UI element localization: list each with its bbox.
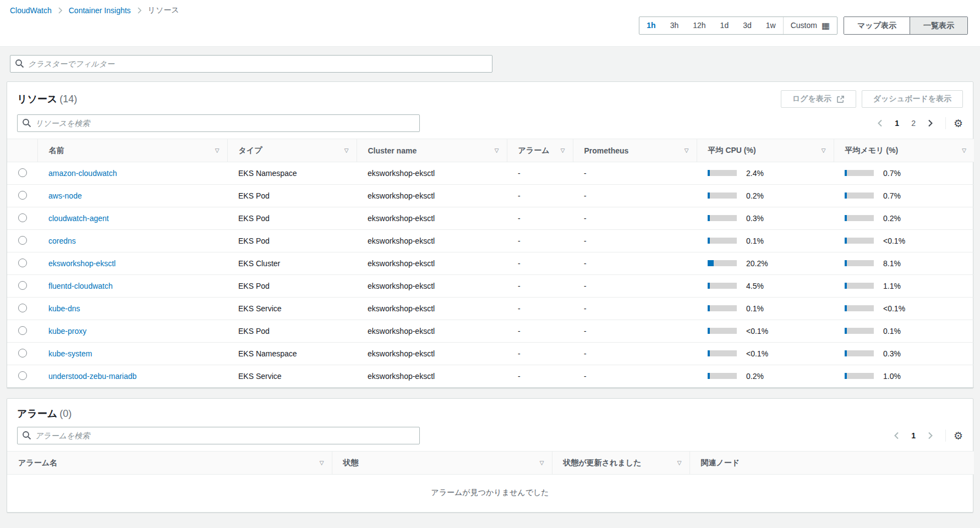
- column-filter-icon[interactable]: ▽: [344, 147, 349, 153]
- resource-alarm: -: [507, 162, 573, 185]
- divider: [945, 117, 946, 129]
- table-row: kube-system EKS Namespace eksworkshop-ek…: [7, 343, 974, 365]
- memory-value: 8.1%: [883, 259, 901, 268]
- time-range-12h[interactable]: 12h: [686, 17, 713, 34]
- settings-gear-icon[interactable]: ⚙: [954, 431, 963, 441]
- column-header-state-updated[interactable]: 状態が更新されました▽: [552, 452, 689, 475]
- column-header-alarm-name[interactable]: アラーム名▽: [7, 452, 332, 475]
- page-number-1[interactable]: 1: [890, 117, 904, 130]
- column-header-avg-memory[interactable]: 平均メモリ (%)▽: [834, 139, 974, 162]
- next-page-icon[interactable]: [923, 430, 938, 442]
- column-filter-icon[interactable]: ▽: [540, 460, 544, 466]
- row-select-radio[interactable]: [18, 236, 27, 245]
- column-filter-icon[interactable]: ▽: [561, 147, 565, 153]
- resource-name-link[interactable]: fluentd-cloudwatch: [48, 282, 113, 290]
- time-range-1h[interactable]: 1h: [639, 17, 663, 34]
- cpu-meter: 20.2%: [708, 259, 768, 268]
- breadcrumb-container-insights[interactable]: Container Insights: [69, 6, 131, 15]
- row-select-radio[interactable]: [18, 191, 27, 200]
- cpu-meter: 0.3%: [708, 214, 764, 223]
- main-content: リソース(14) ログを表示 ダッシュボードを表示: [0, 47, 980, 513]
- column-header-prometheus[interactable]: Prometheus▽: [573, 139, 697, 162]
- map-view-button[interactable]: マップ表示: [844, 17, 910, 34]
- time-range-custom[interactable]: Custom ▦: [783, 17, 837, 34]
- resource-name-link[interactable]: coredns: [48, 237, 76, 245]
- resource-name-link[interactable]: amazon-cloudwatch: [48, 169, 117, 178]
- column-filter-icon[interactable]: ▽: [822, 147, 826, 153]
- chevron-right-icon: [58, 7, 63, 14]
- column-header-state[interactable]: 状態▽: [332, 452, 552, 475]
- memory-value: 0.2%: [883, 214, 901, 223]
- time-range-selector: 1h 3h 12h 1d 3d 1w Custom ▦: [639, 16, 837, 35]
- column-header-alarm[interactable]: アラーム▽: [507, 139, 573, 162]
- previous-page-icon[interactable]: [873, 117, 887, 129]
- memory-value: 0.7%: [883, 169, 901, 178]
- row-select-radio[interactable]: [18, 281, 27, 290]
- row-select-radio[interactable]: [18, 258, 27, 267]
- time-range-3d[interactable]: 3d: [736, 17, 759, 34]
- resource-name-link[interactable]: understood-zebu-mariadb: [48, 372, 136, 381]
- page-number-2[interactable]: 2: [907, 117, 920, 130]
- resource-cluster: eksworkshop-eksctl: [357, 320, 507, 343]
- row-select-radio[interactable]: [18, 168, 27, 177]
- next-page-icon[interactable]: [923, 117, 938, 129]
- memory-meter: 0.1%: [845, 327, 901, 336]
- column-filter-icon[interactable]: ▽: [962, 147, 966, 153]
- memory-meter: 0.7%: [845, 169, 901, 178]
- column-header-name[interactable]: 名前▽: [37, 139, 227, 162]
- cpu-meter: 4.5%: [708, 282, 764, 290]
- page-number-1[interactable]: 1: [907, 429, 920, 442]
- column-header-related-node[interactable]: 関連ノード: [689, 452, 974, 475]
- resource-name-link[interactable]: eksworkshop-eksctl: [48, 259, 116, 268]
- column-header-type[interactable]: タイプ▽: [227, 139, 357, 162]
- resource-name-link[interactable]: kube-dns: [48, 304, 80, 313]
- time-range-1d[interactable]: 1d: [713, 17, 736, 34]
- resource-cluster: eksworkshop-eksctl: [357, 252, 507, 275]
- resource-name-link[interactable]: aws-node: [48, 191, 82, 200]
- previous-page-icon[interactable]: [889, 430, 904, 442]
- header-controls: 1h 3h 12h 1d 3d 1w Custom ▦ マップ表示 一覧表示: [639, 16, 968, 35]
- page: CloudWatch Container Insights リソース 1h 3h…: [0, 0, 980, 528]
- alarms-search-input[interactable]: [17, 427, 420, 444]
- resource-name-link[interactable]: cloudwatch-agent: [48, 214, 109, 223]
- memory-bar: [845, 350, 874, 356]
- view-dashboard-button[interactable]: ダッシュボードを表示: [862, 90, 963, 108]
- breadcrumb-cloudwatch[interactable]: CloudWatch: [10, 6, 52, 15]
- memory-meter: 1.1%: [845, 282, 901, 290]
- table-row: kube-proxy EKS Pod eksworkshop-eksctl - …: [7, 320, 974, 343]
- time-range-1w[interactable]: 1w: [759, 17, 783, 34]
- resource-alarm: -: [507, 185, 573, 207]
- row-select-radio[interactable]: [18, 213, 27, 222]
- cpu-meter: 2.4%: [708, 169, 764, 178]
- time-range-3h[interactable]: 3h: [663, 17, 686, 34]
- settings-gear-icon[interactable]: ⚙: [954, 118, 963, 129]
- memory-bar: [845, 215, 874, 221]
- resources-search-input[interactable]: [17, 114, 420, 132]
- memory-meter: <0.1%: [845, 237, 905, 245]
- view-logs-button[interactable]: ログを表示: [781, 90, 856, 108]
- search-icon: [22, 118, 31, 128]
- memory-value: 1.0%: [883, 372, 901, 381]
- row-select-radio[interactable]: [18, 326, 27, 335]
- table-row: aws-node EKS Pod eksworkshop-eksctl - - …: [7, 185, 974, 207]
- list-view-button[interactable]: 一覧表示: [910, 17, 967, 34]
- row-select-radio[interactable]: [18, 371, 27, 380]
- row-select-radio[interactable]: [18, 349, 27, 358]
- resource-prometheus: -: [573, 343, 697, 365]
- resource-name-link[interactable]: kube-proxy: [48, 327, 86, 336]
- column-filter-icon[interactable]: ▽: [495, 147, 499, 153]
- column-filter-icon[interactable]: ▽: [320, 460, 324, 466]
- cpu-bar: [708, 193, 737, 199]
- external-link-icon: [836, 95, 845, 103]
- resource-cluster: eksworkshop-eksctl: [357, 275, 507, 298]
- column-filter-icon[interactable]: ▽: [685, 147, 689, 153]
- cluster-filter-input[interactable]: [10, 55, 492, 73]
- column-filter-icon[interactable]: ▽: [215, 147, 220, 153]
- row-select-radio[interactable]: [18, 304, 27, 312]
- resource-name-link[interactable]: kube-system: [48, 349, 92, 358]
- column-filter-icon[interactable]: ▽: [677, 460, 682, 466]
- column-header-cluster-name[interactable]: Cluster name▽: [357, 139, 507, 162]
- memory-value: <0.1%: [883, 237, 905, 245]
- column-header-avg-cpu[interactable]: 平均 CPU (%)▽: [697, 139, 834, 162]
- view-toggle: マップ表示 一覧表示: [844, 16, 968, 35]
